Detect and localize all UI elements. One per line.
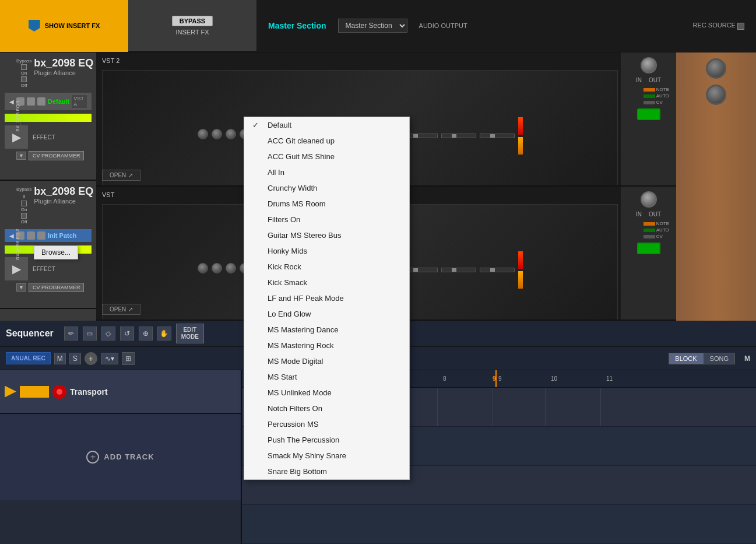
level-bars-2: [518, 251, 523, 289]
song-button[interactable]: SONG: [704, 353, 735, 364]
preset-icon-save-1: [27, 97, 35, 106]
preset-left-arrow-2[interactable]: ◀: [9, 233, 14, 239]
preset-icon-info-2: [37, 231, 45, 240]
show-insert-fx-button[interactable]: SHOW INSERT FX: [0, 0, 128, 52]
block-button[interactable]: BLOCK: [669, 353, 703, 364]
on-label-1: On: [21, 71, 27, 76]
knob-2-3[interactable]: [226, 263, 236, 273]
add-track-plus-icon: +: [86, 451, 99, 464]
bypass-led-on-2[interactable]: [21, 201, 27, 206]
wood-knob-bottom[interactable]: [706, 85, 726, 105]
transport-label: Transport: [70, 387, 108, 396]
dropdown-item-12[interactable]: Lo End Glow: [244, 306, 409, 322]
tool-pencil[interactable]: ✏: [64, 327, 78, 341]
open-btn-1[interactable]: OPEN ↗: [102, 170, 140, 181]
grid-line-4: [437, 388, 438, 426]
cv-programmer-arrow-1[interactable]: ▼: [16, 152, 26, 160]
slider-h-3[interactable]: [441, 134, 476, 138]
dropdown-item-1[interactable]: ACC Git cleaned up: [244, 133, 409, 149]
dropdown-item-8[interactable]: Honky Mids: [244, 243, 409, 259]
dropdown-item-2[interactable]: ACC Guit MS Shine: [244, 149, 409, 164]
tool-eraser[interactable]: ▭: [83, 327, 97, 341]
dropdown-item-20[interactable]: Push The Percussion: [244, 432, 409, 448]
grid-line-5: [493, 388, 493, 426]
m-button[interactable]: M: [54, 353, 66, 364]
dropdown-item-18[interactable]: Notch Filters On: [244, 401, 409, 416]
dropdown-item-7[interactable]: Guitar MS Stereo Bus: [244, 227, 409, 243]
dropdown-item-19[interactable]: Percussion MS: [244, 416, 409, 432]
wood-knob-top[interactable]: [706, 58, 726, 79]
cv-programmer-btn-2[interactable]: CV PROGRAMMER: [29, 283, 85, 292]
dropdown-item-21[interactable]: Smack My Shiny Snare: [244, 448, 409, 464]
record-button[interactable]: [52, 385, 66, 399]
tool-magnify[interactable]: ⊕: [139, 327, 153, 341]
out-label-2: OUT: [649, 211, 661, 217]
browse-popup[interactable]: Browse...: [34, 245, 78, 259]
vst-large-knob-1[interactable]: [641, 57, 657, 73]
plugin-info-2: bx_2098 EQ Plugin Alliance: [34, 185, 94, 205]
level-bar-2-l: [518, 251, 523, 269]
knob-1[interactable]: [198, 129, 208, 139]
dropdown-item-16[interactable]: MS Start: [244, 369, 409, 385]
preset-name-2: Init Patch: [48, 232, 87, 239]
rec-source-label: REC SOURCE: [693, 22, 744, 29]
tool-hand[interactable]: ✋: [157, 327, 171, 341]
vst-right-panel-2: IN OUT NOTE AUTO CV: [621, 187, 676, 320]
dropdown-item-15[interactable]: MS Mode Digital: [244, 353, 409, 369]
bypass-led-on-1[interactable]: [21, 64, 27, 70]
knob-2-2[interactable]: [212, 263, 222, 273]
knob-2[interactable]: [212, 129, 222, 139]
dropdown-item-4[interactable]: Crunchy Width: [244, 180, 409, 196]
vst-header-1: VST 2: [102, 57, 119, 64]
dropdown-item-14[interactable]: MS Mastering Rock: [244, 338, 409, 353]
slider-h-2-4[interactable]: [480, 268, 515, 272]
open-btn-2[interactable]: OPEN ↗: [102, 304, 140, 315]
note-labels-1: NOTE AUTO CV: [644, 87, 669, 105]
level-bar-r: [518, 137, 523, 155]
dropdown-item-17[interactable]: MS Unlinked Mode: [244, 385, 409, 401]
preset-dropdown-menu: DefaultACC Git cleaned upACC Guit MS Shi…: [244, 117, 410, 480]
vst-large-knob-2[interactable]: [641, 191, 657, 208]
tool-select[interactable]: ◇: [101, 327, 115, 341]
off-label-1: Off: [21, 83, 27, 88]
playhead-line: [495, 370, 497, 387]
power-btn-1[interactable]: [637, 108, 660, 120]
dropdown-item-0[interactable]: Default: [244, 117, 409, 133]
bypass-button[interactable]: BYPASS: [172, 16, 213, 26]
grid-button[interactable]: ⊞: [122, 352, 135, 365]
rec-source-checkbox[interactable]: [737, 23, 744, 30]
edit-mode-button[interactable]: EDITMODE: [176, 324, 204, 343]
bypass-led-off-1[interactable]: [21, 76, 27, 82]
bypass-led-off-2[interactable]: [21, 213, 27, 219]
waveform-button[interactable]: ∿▾: [101, 353, 118, 364]
add-button[interactable]: +: [85, 352, 97, 365]
dropdown-item-13[interactable]: MS Mastering Dance: [244, 322, 409, 338]
cv-programmer-arrow-2[interactable]: ▼: [16, 283, 26, 292]
preset-icon-save-2: [27, 231, 35, 240]
cv-indicator-1: [644, 101, 655, 104]
preset-icons-2: [16, 231, 45, 240]
s-button[interactable]: S: [69, 353, 81, 364]
dropdown-item-5[interactable]: Drums MS Room: [244, 196, 409, 212]
master-section-dropdown[interactable]: Master Section: [338, 19, 407, 33]
cv-programmer-btn-1[interactable]: CV PROGRAMMER: [29, 151, 85, 160]
manual-rec-button[interactable]: ANUAL REC: [6, 352, 51, 364]
dropdown-item-3[interactable]: All In: [244, 164, 409, 180]
dropdown-item-22[interactable]: Snare Big Bottom: [244, 464, 409, 479]
dropdown-item-9[interactable]: Kick Rock: [244, 259, 409, 275]
effect-arrow-2[interactable]: ▶: [5, 257, 28, 280]
dropdown-item-6[interactable]: Filters On: [244, 212, 409, 227]
off-label-2: Off: [21, 219, 27, 224]
add-track-button[interactable]: + ADD TRACK: [0, 413, 241, 500]
dropdown-item-11[interactable]: LF and HF Peak Mode: [244, 290, 409, 306]
dropdown-item-10[interactable]: Kick Smack: [244, 275, 409, 290]
power-btn-2[interactable]: [637, 243, 660, 254]
slider-h-4[interactable]: [480, 134, 515, 138]
in-label-1: IN: [636, 77, 642, 83]
preset-left-arrow-1[interactable]: ◀: [9, 99, 14, 105]
slider-h-2-3[interactable]: [441, 268, 476, 272]
knob-2-1[interactable]: [198, 263, 208, 273]
timeline-marker-8: 8: [443, 370, 446, 387]
tool-loop[interactable]: ↺: [120, 327, 134, 341]
knob-3[interactable]: [226, 129, 236, 139]
